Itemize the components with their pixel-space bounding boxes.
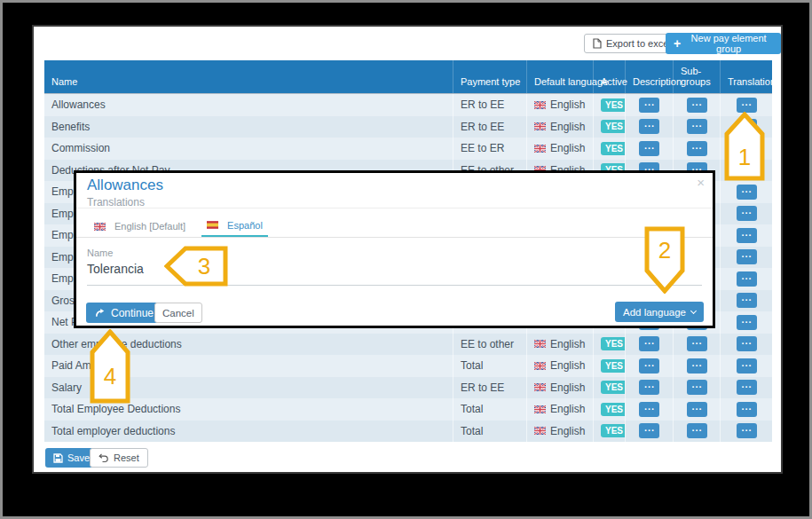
language-label: English [550,338,585,350]
description-button[interactable]: ... [639,98,659,113]
uk-flag-icon [534,340,546,348]
table-row: Total Employee Deductions Total English … [44,398,772,421]
active-badge: YES [601,403,625,416]
row-payment-type: ER to EE [453,94,526,116]
table-row: Paid Amount Total English YES ... ... ..… [44,355,772,377]
close-icon[interactable]: × [697,176,705,189]
row-payment-type: Total [453,355,526,377]
uk-flag-icon [534,362,546,370]
row-payment-type: Total [453,421,526,443]
translations-button[interactable]: ... [737,315,757,330]
language-label: English [550,359,585,372]
row-payment-type: EE to other [453,334,526,356]
active-badge: YES [601,98,625,112]
cancel-label: Cancel [162,308,194,318]
column-header-active: Active [593,60,625,93]
translations-button[interactable]: ... [737,206,757,221]
row-payment-type: ER to EE [453,116,526,138]
reset-label: Reset [114,452,139,463]
column-header-default-language: Default language [526,60,593,93]
active-badge: YES [601,337,625,350]
active-badge: YES [601,381,625,394]
uk-flag-icon [534,405,546,413]
modal-subtitle: Translations [87,196,145,208]
description-button[interactable]: ... [639,423,659,438]
tab-english-default[interactable]: English [Default] [89,215,191,238]
name-field-label: Name [87,248,113,258]
new-pay-element-group-label: New pay element group [684,33,773,54]
language-label: English [550,142,585,154]
row-default-language: English [526,377,593,399]
modal-header-divider [76,208,713,208]
row-default-language: English [526,94,593,116]
uk-flag-icon [534,427,546,435]
row-payment-type: EE to ER [453,138,526,160]
spain-flag-icon [207,221,218,229]
language-tabs: English [Default] Español [89,215,268,238]
translations-button[interactable]: ... [737,358,757,374]
sub-groups-button[interactable]: ... [687,119,707,134]
translations-button[interactable]: ... [737,402,757,417]
annotation-number-4: 4 [104,363,116,389]
continue-label: Continue [111,307,154,319]
name-input[interactable]: Tolerancia [87,262,144,276]
row-default-language: English [526,398,593,421]
annotation-number-1: 1 [738,144,751,170]
active-badge: YES [601,359,625,373]
sub-groups-button[interactable]: ... [687,98,707,113]
cancel-button[interactable]: Cancel [154,303,202,323]
translations-button[interactable]: ... [737,185,757,200]
description-button[interactable]: ... [639,402,659,417]
column-header-payment-type: Payment type [453,60,526,93]
description-button[interactable]: ... [639,336,659,351]
add-language-label: Add language [623,307,686,318]
row-name: Allowances [44,94,453,116]
sub-groups-button[interactable]: ... [687,336,707,351]
sub-groups-button[interactable]: ... [687,358,707,374]
table-row: Total employer deductions Total English … [44,421,772,443]
uk-flag-icon [534,101,546,109]
sub-groups-button[interactable]: ... [687,423,707,438]
active-badge: YES [601,142,625,155]
translations-button[interactable]: ... [737,336,757,351]
translations-button[interactable]: ... [737,293,757,308]
uk-flag-icon [534,145,546,153]
uk-flag-icon [534,383,546,391]
description-button[interactable]: ... [639,119,659,134]
floppy-disk-icon [53,453,63,463]
annotation-number-3: 3 [198,253,210,279]
table-row: Commission EE to ER English YES ... ... … [44,138,772,160]
new-pay-element-group-button[interactable]: + New pay element group [666,33,781,54]
translations-button[interactable]: ... [737,380,757,395]
sub-groups-button[interactable]: ... [687,380,707,395]
description-button[interactable]: ... [639,380,659,395]
row-name: Commission [44,138,453,160]
description-button[interactable]: ... [639,141,659,156]
language-label: English [550,425,585,437]
table-row: Allowances ER to EE English YES ... ... … [44,94,772,116]
translations-button[interactable]: ... [737,249,757,264]
description-button[interactable]: ... [639,358,659,374]
row-default-language: English [526,334,593,356]
tab-espanol[interactable]: Español [201,215,268,238]
translations-button[interactable]: ... [737,271,757,287]
continue-button[interactable]: Continue [86,303,162,323]
row-payment-type: Total [453,398,526,421]
tab-english-label: English [Default] [114,221,185,232]
row-default-language: English [526,421,593,443]
sub-groups-button[interactable]: ... [687,402,707,417]
column-header-name: Name [44,60,453,93]
translations-button[interactable]: ... [737,423,757,438]
language-label: English [550,381,585,394]
language-label: English [550,403,585,415]
annotation-arrow-2: 2 [644,226,685,294]
translations-button[interactable]: ... [737,98,757,113]
plus-icon: + [674,37,681,50]
export-to-excel-label: Export to excel [606,38,671,49]
column-header-sub-groups: Sub-groups [673,60,720,93]
active-badge: YES [601,120,625,133]
translations-button[interactable]: ... [737,228,757,243]
reset-button[interactable]: Reset [90,448,148,468]
add-language-button[interactable]: Add language [615,302,704,322]
sub-groups-button[interactable]: ... [687,141,707,156]
